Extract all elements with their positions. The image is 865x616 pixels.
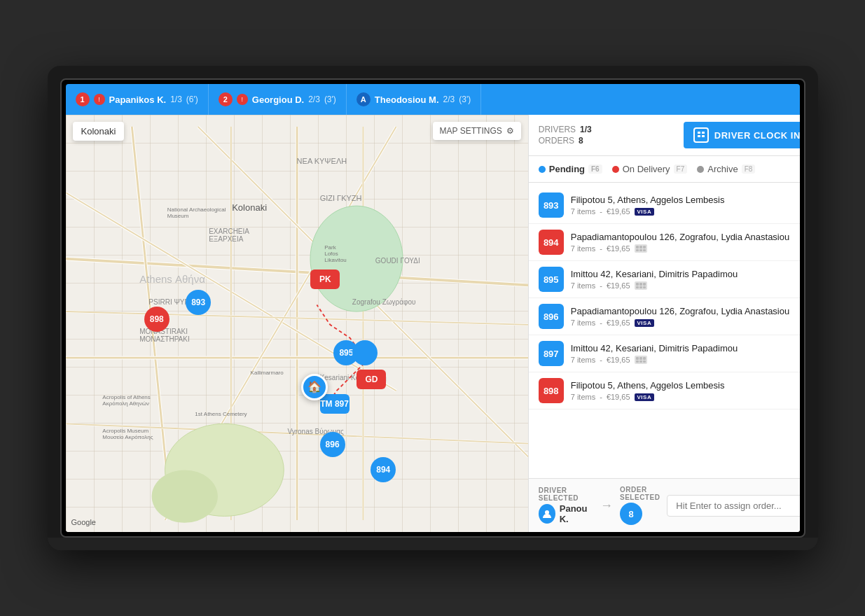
map-label-museum: National ArchaeologicalMuseum	[167, 206, 226, 219]
driver-marker-tm[interactable]: TM 897	[320, 394, 350, 414]
order-marker-894[interactable]: 894	[371, 457, 396, 482]
map-search-bar[interactable]: Kolonaki	[73, 122, 125, 141]
order-price-897: €19,65	[607, 356, 630, 364]
filter-tab-archive[interactable]: Archive F8	[697, 162, 755, 176]
payment-cash-894	[635, 244, 647, 253]
order-address-895: Imittou 42, Kesariani, Dimitris Papadimo…	[571, 269, 800, 279]
driver-tab-name-2: Georgiou D.	[252, 94, 304, 105]
arrow-right-icon: →	[600, 498, 613, 513]
order-address-894: Papadiamantopoulou 126, Zografou, Lydia …	[571, 232, 800, 242]
driver-marker-gd[interactable]: GD	[357, 370, 386, 389]
order-address-893: Filipotou 5, Athens, Aggelos Lembesis	[571, 195, 800, 205]
order-item-897[interactable]: 897 Imittou 42, Kesariani, Dimitris Papa…	[529, 335, 800, 372]
order-num-894: 894	[539, 230, 564, 255]
delivery-key: F7	[674, 164, 688, 174]
payment-cash-897	[635, 356, 647, 364]
driver-selected-badge: Panou K.	[539, 503, 593, 524]
delivery-label: On Delivery	[623, 164, 670, 174]
order-item-895[interactable]: 895 Imittou 42, Kesariani, Dimitris Papa…	[529, 261, 800, 298]
order-item-898[interactable]: 898 Filipotou 5, Athens, Aggelos Lembesi…	[529, 372, 800, 410]
order-meta-898: 7 items - €19,65 VISA	[571, 393, 800, 401]
order-num-896: 896	[539, 304, 564, 329]
pending-label: Pending	[549, 164, 585, 174]
archive-dot	[697, 166, 704, 173]
order-item-896[interactable]: 896 Papadiamantopoulou 126, Zografou, Ly…	[529, 298, 800, 335]
bottom-panel: DRIVERSELECTED Panou K. → ORDERSELECTED	[529, 478, 800, 532]
order-item-894[interactable]: 894 Papadiamantopoulou 126, Zografou, Ly…	[529, 224, 800, 261]
order-meta-893: 7 items - €19,65 VISA	[571, 207, 800, 216]
driver-tab-3[interactable]: A Theodosiou M. 2/3 (3')	[347, 84, 481, 115]
order-price-898: €19,65	[607, 393, 630, 401]
order-items-895: 7 items	[571, 281, 595, 290]
order-details-896: Papadiamantopoulou 126, Zografou, Lydia …	[571, 306, 800, 327]
order-details-893: Filipotou 5, Athens, Aggelos Lembesis 7 …	[571, 195, 800, 216]
order-details-897: Imittou 42, Kesariani, Dimitris Papadimo…	[571, 343, 800, 364]
archive-label: Archive	[707, 164, 738, 174]
driver-tab-2[interactable]: 2 ! Georgiou D. 2/3 (3')	[209, 84, 347, 115]
driver-selected-name: Panou K.	[560, 503, 593, 524]
filter-tab-delivery[interactable]: On Delivery F7	[612, 162, 688, 176]
order-items-896: 7 items	[571, 318, 595, 327]
order-selected-section: ORDERSELECTED 8	[620, 486, 660, 525]
payment-visa-898: VISA	[635, 393, 655, 401]
order-list: 893 Filipotou 5, Athens, Aggelos Lembesi…	[529, 183, 800, 478]
order-meta-897: 7 items - €19,65	[571, 356, 800, 364]
driver-tab-extra-1: (6')	[186, 94, 198, 104]
order-num-898: 898	[539, 378, 564, 403]
drivers-label: DRIVERS	[539, 125, 576, 134]
driver-tab-extra-3: (3')	[459, 94, 471, 104]
map-label-goudi: GOUDI ΓΟΥΔΙ	[375, 257, 420, 265]
order-price-894: €19,65	[607, 244, 630, 253]
clock-in-label: DRIVER CLOCK IN	[714, 130, 800, 141]
drivers-stat-row: DRIVERS 1/3	[539, 125, 592, 134]
store-marker[interactable]	[301, 374, 328, 400]
driver-tab-name-1: Papanikos K.	[109, 94, 167, 105]
payment-cash-895	[635, 281, 647, 290]
order-address-898: Filipotou 5, Athens, Aggelos Lembesis	[571, 380, 800, 391]
svg-rect-27	[698, 135, 700, 137]
driver-tab-num-1: 1	[76, 92, 90, 106]
map-label-cemetery: 1st Athens Cemetery	[195, 411, 247, 417]
map-label-acropolis-museum: Acropolis MuseumΜουσείο Ακρόπολης	[102, 428, 153, 440]
orders-value: 8	[579, 136, 583, 146]
driver-tab-1[interactable]: 1 ! Papanikos K. 1/3 (6')	[66, 84, 209, 115]
filter-tab-pending[interactable]: Pending F6	[539, 162, 602, 176]
delivery-dot	[612, 166, 619, 173]
map-label-exarcheia: EXARCHEIAΕΞΑΡΧΕΙΑ	[209, 227, 249, 243]
map-settings-button[interactable]: MAP SETTINGS ⚙	[433, 122, 521, 140]
driver-marker-pk[interactable]: PK	[310, 270, 340, 289]
orders-stat-row: ORDERS 8	[539, 136, 592, 146]
clock-icon	[693, 127, 709, 143]
order-marker-898[interactable]: 898	[144, 307, 169, 332]
roads-svg	[66, 115, 528, 532]
order-marker-896[interactable]: 896	[320, 432, 345, 457]
payment-visa-893: VISA	[635, 208, 655, 216]
clock-in-button[interactable]: DRIVER CLOCK IN	[684, 122, 800, 148]
order-address-897: Imittou 42, Kesariani, Dimitris Papadimo…	[571, 343, 800, 354]
order-item-893[interactable]: 893 Filipotou 5, Athens, Aggelos Lembesi…	[529, 187, 800, 224]
map-area: Kolonaki Athens Αθήνα EXARCHEIAΕΞΑΡΧΕΙΑ …	[66, 115, 528, 532]
order-address-896: Papadiamantopoulou 126, Zografou, Lydia …	[571, 306, 800, 316]
google-text: Google	[71, 518, 96, 526]
order-num-897: 897	[539, 341, 564, 366]
svg-rect-28	[702, 135, 705, 137]
map-label-monastiraki: MONASTIRAKIΜΟΝΑΣΤΗΡΑΚΙ	[139, 328, 190, 343]
orders-label: ORDERS	[539, 136, 574, 146]
order-meta-896: 7 items - €19,65 VISA	[571, 318, 800, 327]
driver-tab-num-2: 2	[219, 92, 233, 106]
order-num-893: 893	[539, 192, 564, 218]
pending-dot	[539, 166, 546, 173]
driver-selected-section: DRIVERSELECTED Panou K.	[539, 486, 593, 524]
order-details-894: Papadiamantopoulou 126, Zografou, Lydia …	[571, 232, 800, 253]
driver-tabs-bar: 1 ! Papanikos K. 1/3 (6') 2 ! Georgiou D…	[66, 84, 800, 115]
map-label-acropolis: Acropolis of AthensΑκρόπολη Αθηνών	[102, 394, 150, 407]
assign-order-input[interactable]	[667, 495, 799, 517]
svg-point-24	[151, 470, 217, 522]
pending-key: F6	[588, 164, 602, 174]
order-items-898: 7 items	[571, 393, 595, 401]
driver-tab-orders-3: 2/3	[443, 94, 455, 104]
order-num-895: 895	[539, 267, 564, 292]
order-selected-label: ORDERSELECTED	[620, 486, 660, 501]
order-marker-897[interactable]	[352, 340, 378, 365]
archive-key: F8	[742, 164, 756, 174]
